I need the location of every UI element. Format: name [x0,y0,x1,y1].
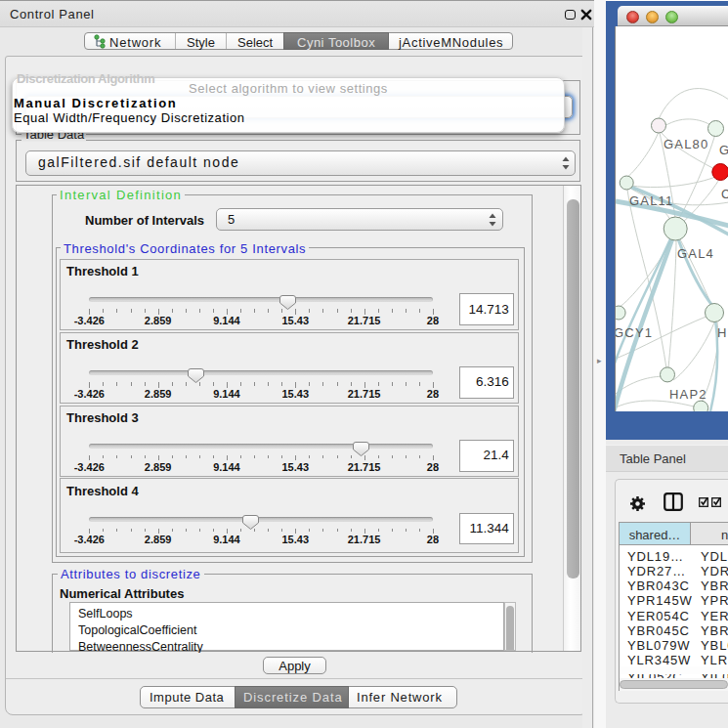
svg-text:GCY1: GCY1 [616,325,653,340]
svg-text:GA: GA [719,143,728,157]
svg-text:C: C [721,187,728,201]
svg-text:H: H [717,325,728,340]
svg-text:HAP2: HAP2 [669,387,707,402]
svg-text:GAL4: GAL4 [677,246,714,261]
svg-text:GAL80: GAL80 [664,137,708,151]
svg-text:GAL11: GAL11 [629,193,674,208]
